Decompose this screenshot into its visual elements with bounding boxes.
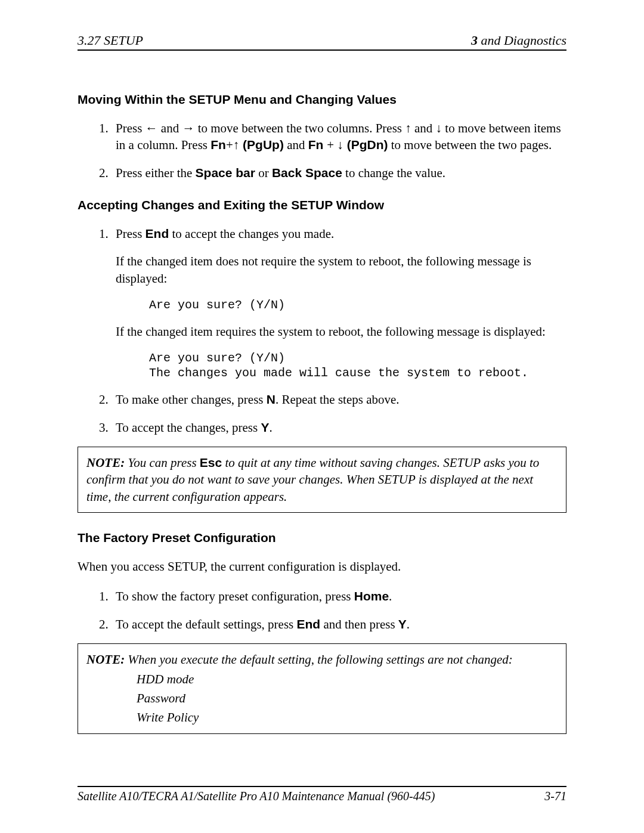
arrow-right-icon: →	[182, 121, 194, 135]
section-title-moving: Moving Within the SETUP Menu and Changin…	[78, 92, 566, 107]
page: 3.27 SETUP 3 and Diagnostics Moving With…	[0, 0, 644, 833]
list-accepting-top: 1. Press End to accept the changes you m…	[99, 225, 566, 242]
header-right-bold: 3	[471, 33, 478, 48]
note-box-esc: NOTE: You can press Esc to quit at any t…	[78, 447, 566, 513]
item-number: 2.	[99, 391, 116, 408]
footer-left: Satellite A10/TECRA A1/Satellite Pro A10…	[78, 789, 435, 803]
item-text: To show the factory preset configuration…	[116, 588, 566, 605]
list-item: 2. To make other changes, press N. Repea…	[99, 391, 566, 408]
header-right-rest: and Diagnostics	[478, 33, 566, 48]
page-footer: Satellite A10/TECRA A1/Satellite Pro A10…	[78, 786, 566, 803]
note-line: Password	[137, 690, 558, 707]
item-number: 1.	[99, 588, 116, 605]
arrow-down-icon: ↓	[337, 138, 343, 151]
list-moving: 1. Press ← and → to move between the two…	[99, 120, 566, 181]
section-title-factory: The Factory Preset Configuration	[78, 531, 566, 545]
list-item: 1. Press End to accept the changes you m…	[99, 225, 566, 242]
list-item: 1. Press ← and → to move between the two…	[99, 120, 566, 154]
list-item: 2. Press either the Space bar or Back Sp…	[99, 165, 566, 181]
header-right: 3 and Diagnostics	[471, 33, 566, 48]
header-left: 3.27 SETUP	[78, 33, 143, 48]
list-factory: 1. To show the factory preset configurat…	[99, 588, 566, 633]
code-block: Are you sure? (Y/N)	[149, 298, 566, 312]
section-title-accepting: Accepting Changes and Exiting the SETUP …	[78, 198, 566, 212]
note-line: HDD mode	[137, 671, 558, 688]
item-number: 3.	[99, 419, 116, 436]
note-label: NOTE:	[86, 456, 125, 470]
note-label: NOTE:	[86, 652, 125, 667]
item-text: To make other changes, press N. Repeat t…	[116, 391, 566, 408]
paragraph: If the changed item requires the system …	[116, 323, 566, 340]
arrow-up-icon: ↑	[405, 121, 411, 135]
item-number: 2.	[99, 165, 116, 181]
paragraph: When you access SETUP, the current confi…	[78, 558, 566, 575]
item-text: To accept the changes, press Y.	[116, 419, 566, 436]
item-number: 1.	[99, 120, 116, 154]
esc-key: Esc	[200, 456, 222, 469]
note-line: Write Policy	[137, 709, 558, 726]
list-item: 2. To accept the default settings, press…	[99, 616, 566, 633]
arrow-down-icon: ↓	[436, 121, 442, 135]
footer-right: 3-71	[544, 789, 566, 803]
item-text: Press ← and → to move between the two co…	[116, 120, 566, 154]
paragraph: If the changed item does not require the…	[116, 253, 566, 287]
page-header: 3.27 SETUP 3 and Diagnostics	[78, 33, 566, 51]
code-block: Are you sure? (Y/N) The changes you made…	[149, 351, 566, 380]
arrow-up-icon: ↑	[233, 138, 240, 151]
item-number: 1.	[99, 225, 116, 242]
note-box-default: NOTE: When you execute the default setti…	[78, 643, 566, 733]
item-text: Press either the Space bar or Back Space…	[116, 165, 566, 181]
list-item: 1. To show the factory preset configurat…	[99, 588, 566, 605]
item-number: 2.	[99, 616, 116, 633]
item-text: To accept the default settings, press En…	[116, 616, 566, 633]
arrow-left-icon: ←	[145, 121, 158, 135]
list-item: 3. To accept the changes, press Y.	[99, 419, 566, 436]
item-text: Press End to accept the changes you made…	[116, 225, 566, 242]
list-accepting-bottom: 2. To make other changes, press N. Repea…	[99, 391, 566, 436]
